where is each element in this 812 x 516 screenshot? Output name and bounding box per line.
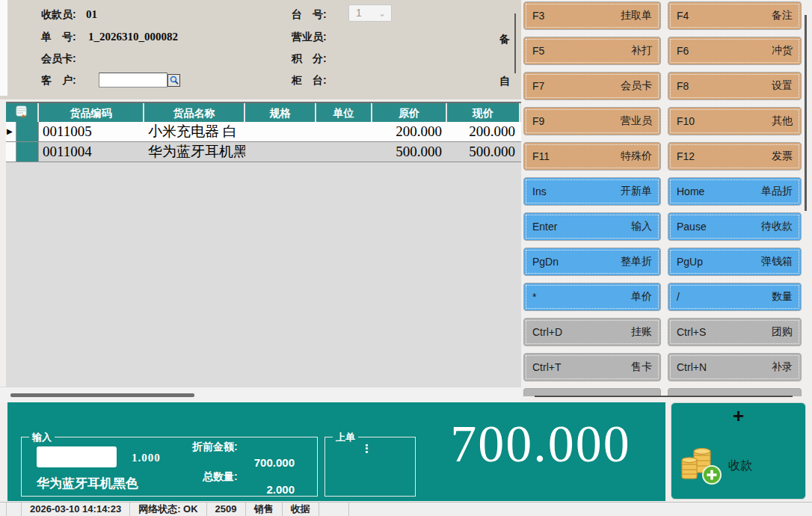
function-key-button[interactable]: F8 设置 <box>668 72 802 100</box>
plus-icon: + <box>671 405 805 428</box>
function-key-button[interactable]: F11 特殊价 <box>523 142 661 171</box>
table-row[interactable]: 0011005 小米充电器 白 200.000 200.000 <box>6 122 521 142</box>
cashier-label: 收款员: <box>41 8 76 22</box>
line-quantity: 1.000 <box>132 452 161 464</box>
function-key-grid: F3 挂取单 F4 备注 F5 补打 F6 冲货 F7 会员卡 F8 设置 F9… <box>523 1 802 381</box>
function-key-code: PgUp <box>677 256 703 268</box>
function-key-code: F4 <box>677 10 689 22</box>
function-key-button[interactable]: F7 会员卡 <box>523 72 661 100</box>
function-key-label: 特殊价 <box>621 150 652 163</box>
col-header-code[interactable]: 货品编码 <box>39 103 144 122</box>
function-key-button[interactable]: Ctrl+T 售卡 <box>523 353 661 381</box>
cell-name: 华为蓝牙耳机黑色 <box>144 142 245 162</box>
pay-button[interactable]: + 收款 <box>671 402 806 500</box>
function-key-button[interactable]: F5 补打 <box>523 37 661 65</box>
function-key-button[interactable]: / 数量 <box>668 283 802 311</box>
grid-hscrollbar-thumb[interactable] <box>10 393 194 397</box>
current-item-name: 华为蓝牙耳机黑色 <box>37 475 138 492</box>
function-key-button[interactable]: F3 挂取单 <box>523 1 661 30</box>
grid-header-row: 货品编码 货品名称 规格 单位 原价 现价 <box>6 103 521 122</box>
points-label: 积 分: <box>292 52 327 66</box>
table-no-select[interactable]: 1 ⌄ <box>348 4 392 22</box>
function-key-button[interactable]: PgUp 弹钱箱 <box>668 248 802 276</box>
cell-orig-price: 200.000 <box>372 122 447 141</box>
customer-label: 客 户: <box>41 74 76 87</box>
pre-discount-label: 折前金额: <box>192 440 238 454</box>
status-stub <box>0 503 7 516</box>
status-bar: 2026-03-10 14:14:23 网络状态: OK 2509 销售 收据 <box>0 502 812 516</box>
function-key-label: 补录 <box>772 360 793 374</box>
status-mode-sale: 销售 <box>246 503 283 516</box>
col-header-spec[interactable]: 规格 <box>245 103 316 122</box>
items-grid: 货品编码 货品名称 规格 单位 原价 现价 0011005 小米充电器 白 20… <box>6 102 521 387</box>
customer-input[interactable] <box>99 73 167 87</box>
function-key-label: 单价 <box>631 290 652 304</box>
function-key-label: 其他 <box>772 114 793 128</box>
cell-code: 0011004 <box>39 142 144 162</box>
function-key-button[interactable]: Pause 待收款 <box>668 212 802 241</box>
function-key-button[interactable]: * 单价 <box>523 283 661 311</box>
checkout-panel: 输入 1.000 华为蓝牙耳机黑色 折前金额: 700.000 总数量: 2.0… <box>6 402 665 501</box>
input-group: 输入 1.000 华为蓝牙耳机黑色 折前金额: 700.000 总数量: 2.0… <box>21 437 318 497</box>
function-key-code: F7 <box>532 80 544 92</box>
function-key-button[interactable]: Home 单品折 <box>668 177 802 206</box>
function-key-label: 输入 <box>631 220 652 233</box>
function-key-label: 会员卡 <box>621 79 652 93</box>
function-key-code: Ins <box>532 185 547 197</box>
function-key-label: 冲货 <box>772 44 793 58</box>
customer-search-button[interactable] <box>167 74 180 87</box>
pre-discount-value: 700.000 <box>254 456 295 469</box>
table-row[interactable]: 0011004 华为蓝牙耳机黑色 500.000 500.000 <box>6 142 521 162</box>
function-key-button[interactable]: F10 其他 <box>668 107 802 135</box>
status-filler <box>349 503 812 516</box>
chevron-down-icon: ⌄ <box>378 6 386 22</box>
input-group-legend: 输入 <box>29 431 55 444</box>
status-network: 网络状态: OK <box>130 503 206 516</box>
counter-label: 柜 台: <box>292 74 327 87</box>
row-color-cell <box>16 122 39 141</box>
col-header-name[interactable]: 货品名称 <box>144 103 245 122</box>
table-no-label: 台 号: <box>292 8 327 22</box>
function-key-button[interactable]: F9 营业员 <box>523 107 661 135</box>
col-header-orig-price[interactable]: 原价 <box>372 103 447 122</box>
right-panel-vscrollbar-thumb[interactable] <box>805 15 807 211</box>
col-header-cur-price[interactable]: 现价 <box>447 103 520 122</box>
function-key-code: F5 <box>532 45 544 57</box>
col-header-unit[interactable]: 单位 <box>316 103 372 122</box>
function-key-label: 营业员 <box>621 114 652 128</box>
panel-splitter[interactable] <box>514 13 516 73</box>
function-key-label: 弹钱箱 <box>761 255 793 268</box>
member-card-label: 会员卡: <box>41 52 76 66</box>
function-key-button[interactable]: Enter 输入 <box>523 212 661 241</box>
function-key-button[interactable]: F6 冲货 <box>668 37 802 65</box>
grid-hscrollbar-track[interactable] <box>0 387 521 402</box>
function-key-panel: F3 挂取单 F4 备注 F5 补打 F6 冲货 F7 会员卡 F8 设置 F9… <box>521 0 812 402</box>
function-key-code: * <box>532 291 536 303</box>
coins-icon <box>680 446 724 485</box>
cell-orig-price: 500.000 <box>372 142 447 162</box>
function-key-code: / <box>677 291 680 303</box>
function-key-label: 单品折 <box>761 185 793 198</box>
pay-button-label: 收款 <box>728 458 752 474</box>
function-key-code: PgDn <box>532 256 559 268</box>
barcode-input[interactable] <box>37 446 117 467</box>
last-order-group: 上单 ⋮ <box>325 437 416 497</box>
function-key-code: F3 <box>532 10 544 22</box>
cell-cur-price: 200.000 <box>447 122 520 141</box>
function-key-button[interactable]: Ctrl+S 团购 <box>668 318 802 346</box>
function-key-button[interactable]: F12 发票 <box>668 142 802 171</box>
search-icon <box>170 76 179 85</box>
function-key-label: 售卡 <box>631 360 652 374</box>
function-key-code: F8 <box>677 80 689 92</box>
function-key-button[interactable]: Ctrl+D 挂账 <box>523 318 661 346</box>
function-key-code: F9 <box>532 115 544 127</box>
function-key-button[interactable]: Ins 开新单 <box>523 177 661 206</box>
row-color-cell <box>16 142 39 162</box>
function-key-button[interactable]: PgDn 整单折 <box>523 248 661 276</box>
function-key-label: 补打 <box>631 44 652 58</box>
function-key-button[interactable]: Ctrl+N 补录 <box>668 353 802 381</box>
order-no-value: 1_2026310_000082 <box>88 31 178 43</box>
function-key-label: 设置 <box>772 79 793 93</box>
left-white-strip <box>0 0 7 96</box>
function-key-button[interactable]: F4 备注 <box>668 1 802 30</box>
